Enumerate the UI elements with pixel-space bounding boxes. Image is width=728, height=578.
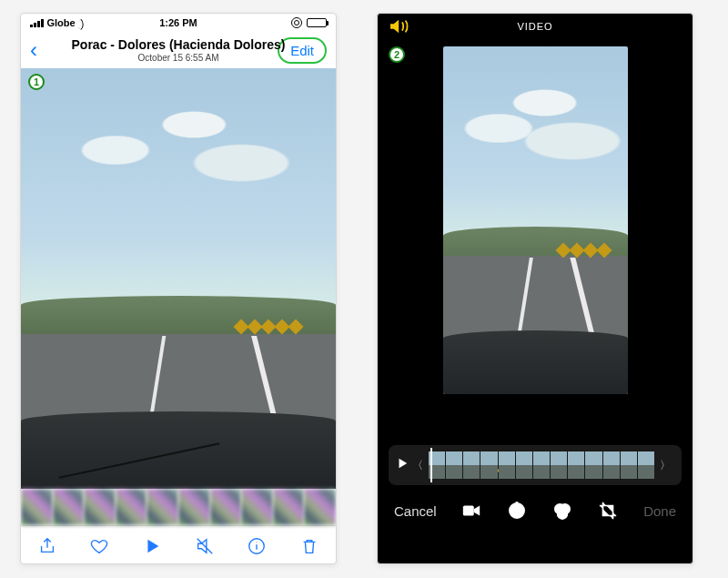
- thumbnail-strip[interactable]: [21, 489, 336, 525]
- favorite-icon[interactable]: [87, 534, 111, 558]
- editor-title: VIDEO: [517, 21, 552, 32]
- trim-handle-left[interactable]: 〈: [409, 458, 427, 473]
- trash-icon[interactable]: [298, 534, 321, 558]
- volume-icon[interactable]: [390, 19, 410, 35]
- trim-handle-right[interactable]: 〉: [656, 458, 674, 473]
- video-preview-area: [378, 39, 693, 440]
- editor-bottom-bar: Cancel Done: [378, 480, 693, 542]
- info-icon[interactable]: [245, 534, 268, 558]
- frame-strip[interactable]: [429, 451, 654, 479]
- done-button[interactable]: Done: [643, 503, 676, 519]
- crop-icon[interactable]: [598, 501, 618, 521]
- mute-icon[interactable]: [193, 534, 217, 558]
- scrub-play-icon[interactable]: [396, 457, 409, 473]
- photo-timestamp: October 15 6:55 AM: [21, 53, 336, 63]
- callout-badge-2: 2: [389, 46, 405, 63]
- nav-bar: ‹ Porac - Dolores (Hacienda Dolores) Oct…: [21, 32, 336, 68]
- bottom-toolbar: [21, 525, 336, 564]
- filters-icon[interactable]: [552, 501, 572, 521]
- svg-rect-1: [463, 506, 474, 516]
- playhead[interactable]: [430, 448, 432, 482]
- video-preview[interactable]: [443, 46, 628, 394]
- play-icon[interactable]: [140, 534, 164, 558]
- orientation-lock-icon: [291, 17, 302, 28]
- editor-header: VIDEO: [378, 14, 693, 39]
- photo-preview[interactable]: [21, 68, 336, 489]
- share-icon[interactable]: [35, 534, 59, 558]
- photo-location-title: Porac - Dolores (Hacienda Dolores): [21, 37, 336, 52]
- status-bar: Globe 1:26 PM: [21, 14, 336, 32]
- callout-badge-1: 1: [28, 74, 45, 90]
- photos-detail-screen: Globe 1:26 PM ‹ Porac - Dolores (Haciend…: [20, 13, 337, 564]
- video-edit-screen: VIDEO 〈 〉 Cancel: [377, 13, 693, 564]
- clock-label: 1:26 PM: [21, 17, 336, 28]
- battery-icon: [307, 18, 327, 27]
- video-mode-icon[interactable]: [461, 501, 481, 521]
- svg-point-3: [515, 508, 521, 513]
- tutorial-canvas: Globe 1:26 PM ‹ Porac - Dolores (Haciend…: [0, 0, 728, 578]
- adjust-icon[interactable]: [507, 501, 527, 521]
- svg-point-7: [558, 509, 568, 519]
- cancel-button[interactable]: Cancel: [394, 503, 437, 519]
- svg-point-4: [516, 502, 518, 504]
